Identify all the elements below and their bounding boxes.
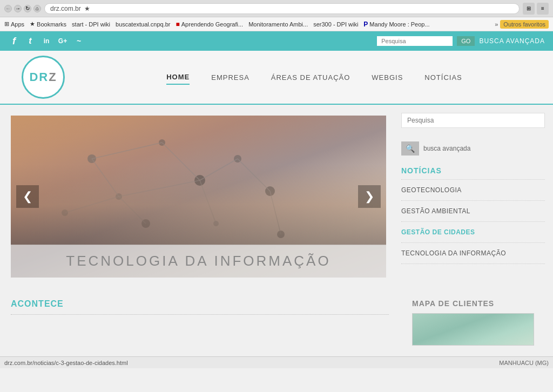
- content-area: TECNOLOGIA DA INFORMAÇÃO ❮ ❯ 🔍 busca ava…: [0, 105, 553, 288]
- sidebar-link-gestao-cidades[interactable]: GESTÃO DE CIDADES: [401, 225, 545, 239]
- logo-text: DRZ: [29, 70, 57, 84]
- sidebar-search: 🔍 busca avançada: [401, 113, 545, 156]
- social-bar-right: GO BUSCA AVANÇADA: [377, 36, 545, 46]
- bookmark-ser300-label: ser300 - DPI wiki: [313, 21, 358, 28]
- sidebar-search-button[interactable]: 🔍: [401, 141, 419, 156]
- bookmark-ser300[interactable]: ser300 - DPI wiki: [313, 21, 358, 28]
- sidebar-busca-avancada[interactable]: busca avançada: [423, 145, 470, 152]
- slider-prev-button[interactable]: ❮: [16, 185, 39, 208]
- menu-button[interactable]: ≡: [537, 3, 549, 15]
- bookmark-cnpq-label: buscatextual.cnpq.br: [116, 21, 171, 28]
- acontece-divider: [11, 314, 389, 315]
- bookmark-star[interactable]: ★: [84, 5, 90, 12]
- main-header: DRZ HOME EMPRESA ÁREAS DE ATUAÇÃO WEBGIS…: [0, 51, 553, 105]
- rss-icon[interactable]: ~: [73, 35, 85, 47]
- nav-empresa[interactable]: EMPRESA: [211, 71, 249, 84]
- bookmark-monitoramento[interactable]: Monitoramento Ambi...: [248, 21, 308, 28]
- keyboard-overlay: [11, 164, 386, 245]
- bookmark-dpi-wiki-label: start - DPI wiki: [72, 21, 110, 28]
- slider-caption: TECNOLOGIA DA INFORMAÇÃO: [11, 245, 386, 278]
- url-text: drz.com.br: [50, 5, 81, 12]
- bookmark-dpi-wiki[interactable]: start - DPI wiki: [72, 21, 110, 28]
- bookmark-mandy[interactable]: P Mandy Moore : Peop...: [363, 21, 429, 28]
- sidebar-bottom: MAPA DE CLIENTES: [404, 288, 542, 356]
- bottom-section: ACONTECE MAPA DE CLIENTES: [0, 288, 553, 356]
- extensions-button[interactable]: ⊞: [523, 3, 535, 15]
- browser-toolbar: ← → ↻ ⌂ drz.com.br ★ ⊞ ≡: [0, 0, 553, 17]
- bookmarks-bar: ⊞ Apps ★ Bookmarks start - DPI wiki busc…: [0, 17, 553, 31]
- slider-container: TECNOLOGIA DA INFORMAÇÃO ❮ ❯: [11, 116, 386, 278]
- nav-home[interactable]: HOME: [166, 70, 190, 85]
- sidebar-search-row: 🔍 busca avançada: [401, 141, 545, 156]
- sidebar-divider-2: [401, 200, 545, 201]
- sidebar-noticias-title: NOTÍCIAS: [401, 166, 545, 175]
- twitter-icon[interactable]: t: [24, 35, 36, 47]
- bookmark-monitoramento-label: Monitoramento Ambi...: [248, 21, 308, 28]
- status-bar: drz.com.br/noticias/c-3-gestao-de-cidade…: [0, 356, 553, 368]
- bookmark-cnpq[interactable]: buscatextual.cnpq.br: [116, 21, 171, 28]
- googleplus-icon[interactable]: G+: [57, 35, 69, 47]
- linkedin-icon[interactable]: in: [41, 35, 52, 47]
- nav-buttons: ← → ↻ ⌂: [4, 5, 41, 12]
- acontece-title: ACONTECE: [11, 299, 404, 309]
- bookmark-apps-label: Apps: [11, 21, 24, 28]
- main-nav: HOME EMPRESA ÁREAS DE ATUAÇÃO WEBGIS NOT…: [97, 70, 531, 85]
- bookmark-mandy-label: Mandy Moore : Peop...: [369, 21, 429, 28]
- refresh-button[interactable]: ↻: [24, 5, 31, 12]
- sidebar: 🔍 busca avançada NOTÍCIAS GEOTECNOLOGIA …: [393, 105, 553, 288]
- sidebar-divider-4: [401, 242, 545, 243]
- acontece-section: ACONTECE: [11, 288, 404, 356]
- sidebar-link-tecnologia[interactable]: TECNOLOGIA DA INFORMAÇÃO: [401, 246, 545, 260]
- sidebar-divider-3: [401, 221, 545, 222]
- nav-areas[interactable]: ÁREAS DE ATUAÇÃO: [271, 71, 350, 84]
- sidebar-link-geotecnologia[interactable]: GEOTECNOLOGIA: [401, 183, 545, 197]
- bookmark-bookmarks-label: Bookmarks: [37, 21, 66, 28]
- bookmark-aprendendo-icon: ■: [176, 21, 180, 28]
- nav-noticias[interactable]: NOTÍCIAS: [424, 71, 462, 84]
- browser-chrome: ← → ↻ ⌂ drz.com.br ★ ⊞ ≡ ⊞ Apps ★ Bookma…: [0, 0, 553, 31]
- social-search-input[interactable]: [377, 36, 453, 46]
- bookmark-apps[interactable]: ⊞ Apps: [4, 21, 24, 28]
- svg-line-10: [92, 143, 162, 159]
- overflow-icon: »: [495, 21, 498, 28]
- apps-icon: ⊞: [4, 21, 9, 28]
- status-url: drz.com.br/noticias/c-3-gestao-de-cidade…: [4, 360, 128, 366]
- busca-avancada-link[interactable]: BUSCA AVANÇADA: [479, 37, 545, 45]
- forward-button[interactable]: →: [14, 5, 22, 12]
- facebook-icon[interactable]: f: [8, 35, 20, 47]
- sidebar-link-gestao-ambiental[interactable]: GESTÃO AMBIENTAL: [401, 204, 545, 218]
- nav-webgis[interactable]: WEBGIS: [372, 71, 403, 84]
- logo-area: DRZ: [22, 56, 65, 99]
- mapa-title: MAPA DE CLIENTES: [412, 299, 534, 308]
- social-search-button[interactable]: GO: [457, 36, 475, 46]
- bookmark-aprendendo-label: Aprendendo Geografi...: [181, 21, 243, 28]
- sidebar-search-input[interactable]: [401, 113, 545, 128]
- social-bar: f t in G+ ~ GO BUSCA AVANÇADA: [0, 31, 553, 51]
- slider-caption-text: TECNOLOGIA DA INFORMAÇÃO: [66, 253, 331, 269]
- bookmark-aprendendo[interactable]: ■ Aprendendo Geografi...: [176, 21, 244, 28]
- sidebar-divider-1: [401, 179, 545, 180]
- social-icons-group: f t in G+ ~: [8, 35, 85, 47]
- outros-favoritos-label: Outros favoritos: [500, 20, 549, 29]
- home-button[interactable]: ⌂: [33, 5, 41, 12]
- logo-circle: DRZ: [22, 56, 65, 99]
- status-location: MANHUACU (MG): [499, 360, 549, 366]
- sidebar-divider-5: [401, 263, 545, 264]
- browser-extra-icons: ⊞ ≡: [523, 3, 549, 15]
- slider-next-button[interactable]: ❯: [358, 185, 381, 208]
- bookmark-bookmarks[interactable]: ★ Bookmarks: [30, 21, 66, 28]
- back-button[interactable]: ←: [4, 5, 12, 12]
- bookmarks-overflow[interactable]: » Outros favoritos: [495, 20, 549, 29]
- url-bar[interactable]: drz.com.br ★: [44, 3, 520, 14]
- star-icon: ★: [30, 21, 35, 28]
- mapa-preview: [412, 313, 534, 346]
- slider-section: TECNOLOGIA DA INFORMAÇÃO ❮ ❯: [0, 105, 393, 288]
- bookmark-mandy-icon: P: [363, 21, 368, 28]
